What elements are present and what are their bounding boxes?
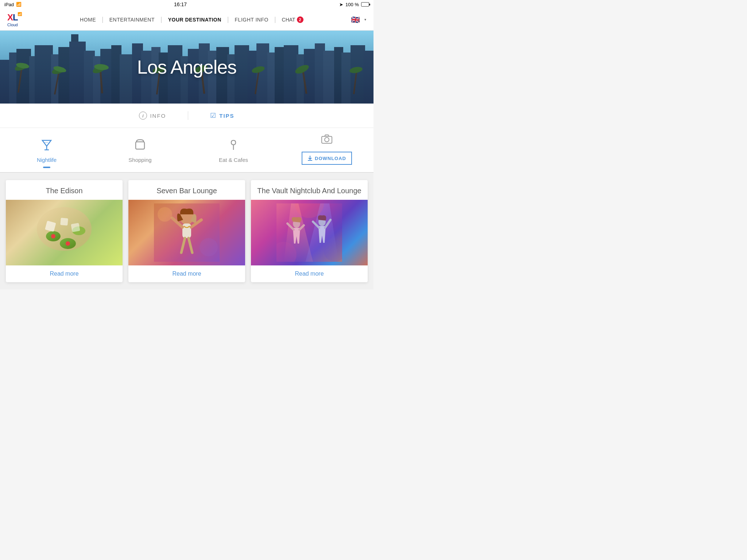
nightlife-icon [41,139,53,155]
svg-rect-81 [182,223,191,238]
tips-icon: ☑ [210,112,216,120]
status-right: ➤ 100 % [339,2,369,7]
nav-home[interactable]: HOME [80,15,96,24]
hero-city-title: Los Angeles [137,56,236,78]
nav-right: 🇬🇧 ▾ [351,15,366,24]
nav-entertainment[interactable]: ENTERTAINMENT [109,15,155,24]
tab-nightlife-label: Nightlife [37,157,57,163]
svg-point-72 [51,234,55,238]
card-edison-image [6,200,123,265]
nav-links: HOME | ENTERTAINMENT | YOUR DESTINATION … [32,15,351,24]
cards-grid: The Edison [0,173,374,289]
tab-download[interactable]: DOWNLOAD [280,128,374,172]
status-left: iPad 📶 [4,2,22,7]
svg-rect-78 [60,218,68,226]
nav-flight-info[interactable]: FLIGHT INFO [235,15,268,24]
svg-marker-60 [42,140,51,146]
logo[interactable]: 📶 XL Cloud [7,12,18,27]
tab-eat-cafes-label: Eat & Cafes [219,157,248,163]
tab-info-label: INFO [150,113,166,119]
nav-sep-2: | [160,16,162,23]
tab-info[interactable]: i INFO [117,109,188,122]
card-seven-bar-read-more[interactable]: Read more [128,265,245,282]
eat-cafes-icon [228,139,239,155]
logo-xl: XL [7,12,18,23]
card-seven-bar-title: Seven Bar Lounge [128,180,245,200]
svg-point-67 [325,137,329,142]
logo-cloud: Cloud [7,23,18,27]
svg-point-74 [66,241,70,246]
navbar: 📶 XL Cloud HOME | ENTERTAINMENT | YOUR D… [0,9,374,31]
card-the-vault: The Vault Nightclub And Lounge [251,180,368,282]
tab-tips-label: TIPS [219,113,234,119]
status-bar: iPad 📶 16:17 ➤ 100 % [0,0,374,9]
card-seven-bar-image [128,200,245,265]
svg-rect-77 [71,223,80,232]
card-vault-read-more[interactable]: Read more [251,265,368,282]
tab-tips[interactable]: ☑ TIPS [188,109,256,122]
language-dropdown-arrow[interactable]: ▾ [364,18,366,22]
card-edison-title: The Edison [6,180,123,200]
card-the-edison: The Edison [6,180,123,282]
tab-shopping[interactable]: Shopping [93,133,187,167]
info-icon: i [139,112,147,120]
battery-icon [361,2,369,7]
download-button[interactable]: DOWNLOAD [302,152,352,165]
card-vault-title: The Vault Nightclub And Lounge [251,180,368,200]
tab-shopping-label: Shopping [128,157,151,163]
card-vault-image [251,200,368,265]
download-btn-label: DOWNLOAD [315,156,346,161]
category-tabs: Nightlife Shopping Eat & Cafes [0,128,374,173]
info-tips-tabs: i INFO ☑ TIPS [0,104,374,128]
location-icon: ➤ [339,2,343,7]
time-display: 16:17 [174,1,187,7]
svg-rect-64 [136,142,144,149]
device-label: iPad [4,2,14,7]
nav-sep-3: | [227,16,229,23]
nav-sep-1: | [102,16,104,23]
svg-point-86 [158,207,172,222]
chat-badge: 2 [297,16,303,23]
shopping-icon [134,139,146,155]
flag-icon[interactable]: 🇬🇧 [351,15,360,24]
camera-icon [321,134,333,147]
card-seven-bar: Seven Bar Lounge [128,180,245,282]
nav-your-destination[interactable]: YOUR DESTINATION [168,15,221,24]
card-edison-read-more[interactable]: Read more [6,265,123,282]
nav-chat[interactable]: CHAT 2 [282,16,303,23]
battery-pct: 100 % [345,2,359,7]
tab-nightlife[interactable]: Nightlife [0,133,93,167]
tab-eat-cafes[interactable]: Eat & Cafes [187,133,280,167]
hero-banner: Los Angeles [0,31,374,104]
nav-sep-4: | [274,16,276,23]
svg-point-87 [200,238,218,256]
wifi-icon: 📶 [16,2,22,7]
